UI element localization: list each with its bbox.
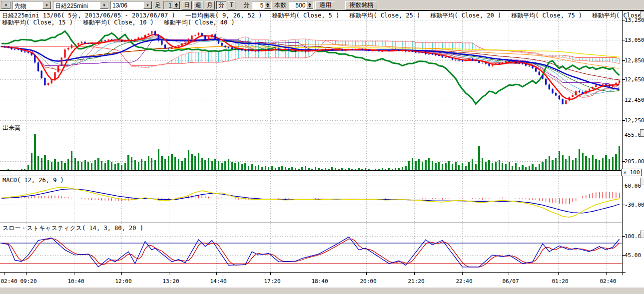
bar-count-label: 本数: [273, 1, 287, 9]
legend-item: 一目均衡表( 9, 26, 52 ): [185, 12, 262, 19]
volume-multiplier-badge: × 100: [621, 169, 642, 176]
bar-count-value: 500: [289, 1, 306, 9]
price-axis-label: 12,850: [625, 57, 644, 64]
dropdown-arrow-icon[interactable]: ▼: [1, 1, 10, 9]
tick-button[interactable]: T: [228, 1, 235, 9]
price-axis-label: 12,450: [625, 97, 644, 103]
time-axis-label: 10:40: [67, 278, 85, 285]
time-axis-label: 20:00: [359, 278, 377, 285]
bar-count-spinner[interactable]: 500: [289, 1, 314, 9]
price-axis-label: 13,050: [625, 37, 644, 43]
time-axis-label: 17:20: [263, 278, 281, 285]
bar-type-label: 足: [154, 1, 162, 9]
time-axis-label: 22:40: [455, 278, 473, 285]
spin-up-icon[interactable]: [266, 3, 269, 5]
dropdown-arrow-icon[interactable]: ▼: [100, 1, 108, 9]
apply-button[interactable]: 適用: [315, 1, 335, 9]
time-axis-label: 02:40: [599, 278, 617, 285]
spinner-arrows-icon[interactable]: [173, 1, 180, 9]
instrument-combo[interactable]: 先物 ▼: [12, 1, 51, 9]
dropdown-arrow-icon[interactable]: ▼: [143, 1, 152, 9]
multi-symbol-button[interactable]: 複数銘柄: [345, 1, 377, 9]
price-axis-label: 12,250: [625, 117, 644, 124]
spinner-arrows-icon[interactable]: [306, 1, 313, 9]
time-axis-label: 14:40: [209, 278, 227, 285]
time-axis-label: 09:20: [19, 278, 37, 285]
chart-canvas[interactable]: [0, 0, 644, 294]
stoch-axis-label: 45.00: [625, 252, 644, 259]
minute-value: 5: [252, 1, 264, 9]
volume-axis-label: 205.00: [625, 158, 644, 165]
legend-item: 移動平均( Close, 10 ): [83, 19, 154, 26]
legend-item: 移動平均( Close, 25 ): [349, 12, 420, 19]
legend-item: 移動平均( Close, 20 ): [430, 12, 501, 19]
panel-mini-widget[interactable]: [640, 231, 644, 238]
legend-item: 移動平均( Close, 5 ): [272, 12, 340, 19]
price-axis-label: 12,650: [625, 76, 644, 83]
spin-up-icon[interactable]: [308, 3, 311, 5]
time-axis-label: 21:20: [407, 278, 425, 285]
time-axis-label: 01:20: [551, 278, 569, 285]
legend-item: 移動平均( Close, 40 ): [164, 19, 235, 26]
spin-down-icon[interactable]: [266, 5, 269, 7]
bar-interval-value: 1: [164, 1, 173, 9]
weekly-button[interactable]: 週: [193, 1, 203, 9]
daily-button[interactable]: 日: [182, 1, 192, 9]
spinner-arrows-icon[interactable]: [264, 1, 271, 9]
panel-mini-widget[interactable]: [640, 178, 644, 185]
panel-mini-widget[interactable]: [640, 129, 644, 137]
spin-down-icon[interactable]: [175, 5, 178, 7]
minute-button[interactable]: 分: [216, 1, 226, 9]
time-axis-label: 06/07: [502, 278, 520, 285]
stoch-panel-label: スロー・ストキャスティクス( 14, 3, 80, 20 ): [2, 224, 143, 233]
legend-item: 日経225mini 13/06( 5分, 2013/06/05 - 2013/0…: [2, 12, 175, 19]
spin-up-icon[interactable]: [175, 3, 178, 5]
instrument-combo-value: 先物: [13, 1, 42, 9]
contract-month-combo[interactable]: 13/06 ▼: [110, 1, 152, 9]
macd-axis-label: -30.00: [625, 202, 644, 208]
panel-mini-widget[interactable]: [640, 11, 644, 19]
time-axis-label: 12:00: [114, 278, 132, 285]
legend-row-2: 移動平均( Close, 15 )移動平均( Close, 10 )移動平均( …: [2, 18, 245, 27]
symbol-combo-value: 日経225mini: [53, 1, 100, 9]
minute-value-spinner[interactable]: 5: [252, 1, 272, 9]
legend-item: 移動平均( Close, 75 ): [511, 12, 582, 19]
time-axis-label: 13:20: [162, 278, 180, 285]
dropdown-arrow-icon[interactable]: ▼: [42, 1, 51, 9]
toolbar: ▼ 先物 ▼ 日経225mini ▼ 13/06 ▼ 足 1 日 週 月 分 T…: [0, 0, 644, 10]
time-axis-label: 02:40: [0, 278, 18, 285]
legend-item: 移動平均( Close, 15 ): [2, 19, 73, 26]
time-axis-label: 18:40: [311, 278, 329, 285]
contract-month-combo-value: 13/06: [111, 1, 143, 9]
monthly-button[interactable]: 月: [205, 1, 215, 9]
minute-label: 分: [242, 1, 250, 9]
macd-panel-label: MACD( 12, 26, 9 ): [2, 177, 64, 184]
window-combo[interactable]: ▼: [1, 1, 11, 9]
bar-interval-spinner[interactable]: 1: [163, 1, 180, 9]
spin-down-icon[interactable]: [308, 5, 311, 7]
symbol-combo[interactable]: 日経225mini ▼: [53, 1, 109, 9]
bottom-scroll-strip[interactable]: [0, 288, 644, 294]
volume-panel-label: 出来高: [2, 124, 20, 132]
